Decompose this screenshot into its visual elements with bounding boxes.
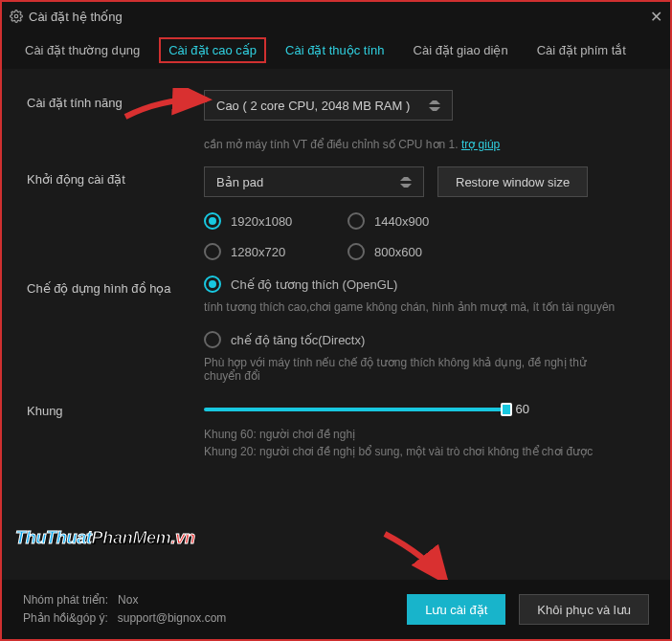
slider-thumb[interactable]	[501, 403, 512, 416]
directx-desc: Phù hợp với máy tính nếu chế độ tương th…	[204, 356, 625, 383]
resolution-option[interactable]: 1440x900	[347, 212, 491, 230]
radio-icon	[347, 243, 365, 260]
opengl-desc: tính tương thích cao,chơi game không chá…	[204, 300, 625, 314]
tab-interface[interactable]: Cài đặt giao diện	[404, 37, 518, 63]
updown-icon	[429, 96, 440, 115]
frame-label: Khung	[27, 398, 204, 460]
resolution-option[interactable]: 1280x720	[204, 243, 347, 260]
svg-point-0	[14, 14, 18, 18]
tab-advanced[interactable]: Cài đặt cao cấp	[159, 37, 266, 63]
title-bar: Cài đặt hệ thống	[2, 2, 670, 31]
render-label: Chế độ dựng hình đồ họa	[27, 276, 204, 383]
restore-window-button[interactable]: Restore window size	[437, 166, 588, 197]
tab-properties[interactable]: Cài đặt thuộc tính	[276, 37, 393, 63]
help-link[interactable]: trợ giúp	[461, 138, 500, 151]
boot-value: Bản pad	[216, 175, 400, 189]
slider-track	[204, 408, 506, 411]
gear-icon	[10, 10, 23, 23]
footer-info: Nhóm phát triển: Nox Phản hồi&góp ý: sup…	[23, 591, 393, 628]
watermark: ThuThuatPhanMem.vn	[15, 528, 195, 548]
resolution-group: 1920x1080 1440x900 1280x720 800x600	[204, 212, 539, 260]
radio-icon	[204, 276, 221, 293]
radio-icon	[204, 212, 221, 230]
perf-hint: cần mở máy tính VT để điều chỉnh số CPU …	[204, 138, 645, 151]
resolution-option[interactable]: 800x600	[347, 243, 491, 260]
tab-common[interactable]: Cài đặt thường dụng	[15, 37, 149, 63]
frame-notes: Khung 60: người chơi đề nghị Khung 20: n…	[204, 426, 645, 460]
tab-bar: Cài đặt thường dụng Cài đặt cao cấp Cài …	[2, 31, 670, 69]
radio-icon	[204, 243, 221, 260]
close-button[interactable]: ✕	[641, 2, 670, 31]
perf-select[interactable]: Cao ( 2 core CPU, 2048 MB RAM )	[204, 90, 453, 121]
radio-icon	[204, 331, 221, 348]
footer: Nhóm phát triển: Nox Phản hồi&góp ý: sup…	[2, 580, 670, 639]
perf-value: Cao ( 2 core CPU, 2048 MB RAM )	[216, 99, 429, 113]
window-title: Cài đặt hệ thống	[29, 10, 123, 24]
tab-hotkeys[interactable]: Cài đặt phím tắt	[527, 37, 636, 63]
frame-value: 60	[516, 402, 529, 416]
boot-select[interactable]: Bản pad	[204, 166, 424, 197]
radio-icon	[347, 212, 365, 230]
perf-label: Cài đặt tính năng	[27, 90, 204, 151]
content-area: Cài đặt tính năng Cao ( 2 core CPU, 2048…	[2, 69, 670, 460]
save-button[interactable]: Lưu cài đặt	[407, 594, 505, 625]
render-option-directx[interactable]: chế độ tăng tốc(Directx)	[204, 331, 645, 348]
frame-slider[interactable]: 60	[204, 402, 529, 416]
resolution-option[interactable]: 1920x1080	[204, 212, 347, 230]
render-option-opengl[interactable]: Chế độ tương thích (OpenGL)	[204, 276, 645, 293]
restore-save-button[interactable]: Khôi phục và lưu	[519, 594, 649, 625]
updown-icon	[400, 172, 412, 191]
boot-label: Khởi động cài đặt	[27, 166, 204, 260]
